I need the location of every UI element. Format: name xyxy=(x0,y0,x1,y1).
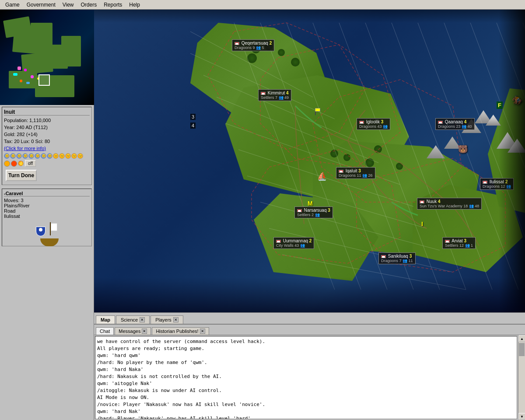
qeq-size: 2 xyxy=(270,41,272,46)
menu-game[interactable]: Game xyxy=(2,1,23,9)
happiness-bar: 😊 😊 😊 😊 😊 😊 😊 😊 😊 😊 😊 😊 😊 xyxy=(4,153,90,159)
tab-science-close[interactable]: ✕ xyxy=(140,317,145,322)
tab-historian[interactable]: Historian Publishes! ✕ xyxy=(152,327,209,335)
menu-government[interactable]: Government xyxy=(23,1,59,9)
main-area: Inuit Population: 1,110,000 Year: 240 AD… xyxy=(0,10,525,420)
happy-face-5: 😊 xyxy=(28,153,34,159)
happy-face-7: 😊 xyxy=(41,153,46,159)
san-flag xyxy=(381,255,386,258)
tax-bar: ⭐ off xyxy=(4,160,90,167)
tab-messages-close[interactable]: ✕ xyxy=(142,329,147,334)
qaa-flag xyxy=(438,121,443,124)
tab-historian-close[interactable]: ✕ xyxy=(200,329,205,334)
chat-message-0: we have control of the server (command a… xyxy=(97,338,515,345)
minimap[interactable] xyxy=(0,10,94,105)
chat-message-2: qwm: 'hard qwm' xyxy=(97,352,515,359)
city-nuuk[interactable]: Nuuk 4 Sun Tzu's War Academy 18 👥 48 xyxy=(417,198,482,210)
chat-message-1: All players are ready; starting game. xyxy=(97,345,515,352)
nar-unit: Settlers 2 👥 xyxy=(297,213,330,217)
uum-name: Uummannaq xyxy=(283,238,308,243)
qeq-unit: Dragoons 9 👥 5 xyxy=(234,46,272,50)
civ-name: Inuit xyxy=(4,109,90,116)
iqa-unit: Dragoons 11 👥 26 xyxy=(339,173,373,178)
lux-icon xyxy=(11,161,17,167)
scroll-thumb[interactable] xyxy=(519,343,525,356)
arv-flag xyxy=(445,240,450,243)
chat-message-11: /hard: Player 'Nakasuk' now has AI skill… xyxy=(97,415,515,419)
tab-messages-label: Messages xyxy=(119,329,140,334)
tab-chat-label: Chat xyxy=(100,329,110,334)
more-info-link[interactable]: (Click for more info) xyxy=(4,145,90,152)
san-name: Sanikiluaq xyxy=(388,254,408,259)
map-area[interactable]: Qeqertarsuaq 2 Dragoons 9 👥 5 Kimmirut 4… xyxy=(94,10,525,312)
nar-name: Narsarsuaq xyxy=(304,208,327,213)
population-info: Population: 1,110,000 xyxy=(4,117,90,124)
tax-off-button[interactable]: off xyxy=(25,160,36,167)
nuu-flag xyxy=(420,200,424,203)
animal-marker: 🐻 xyxy=(458,144,468,154)
unit-marker-1 xyxy=(315,108,322,115)
forest-3 xyxy=(247,53,257,63)
arv-name: Arviat xyxy=(452,238,463,243)
nuu-name: Nuuk xyxy=(427,199,437,204)
tab-map-label: Map xyxy=(101,317,110,322)
nar-flag xyxy=(297,209,302,212)
forest-7 xyxy=(343,154,350,161)
scroll-up-button[interactable]: ▲ xyxy=(518,335,525,342)
uum-size: 2 xyxy=(309,238,312,243)
happy-face-12: 😊 xyxy=(71,153,77,159)
forest-10 xyxy=(396,163,403,170)
ship-marker: ⛵ xyxy=(317,172,327,181)
scroll-down-button[interactable]: ▼ xyxy=(518,413,525,420)
city-kimmirut[interactable]: Kimmirut 4 Settlers 7 👥 49 xyxy=(258,89,291,101)
menu-bar: Game Government View Orders Reports Help xyxy=(0,0,525,10)
happy-face-9: 😊 xyxy=(53,153,59,159)
chat-message-7: /aitoggle: Nakasuk is now under AI contr… xyxy=(97,387,515,394)
chat-message-5: /hard: Nakasuk is not controlled by the … xyxy=(97,373,515,380)
city-uummannaq[interactable]: Uummannaq 2 City Walls 43 👥 xyxy=(273,237,314,249)
tab-messages[interactable]: Messages ✕ xyxy=(115,327,151,335)
city-iqaluit[interactable]: Iqaluit 3 Dragoons 11 👥 26 xyxy=(336,167,375,179)
city-qaanaaq[interactable]: Qaanaaq 4 Dragoons 23 👥 40 xyxy=(435,118,475,130)
kim-name: Kimmirut xyxy=(268,91,285,95)
chat-scrollbar[interactable]: ▲ ▼ xyxy=(518,335,525,420)
turn-done-button[interactable]: Turn Done xyxy=(6,170,37,181)
nuu-size: 4 xyxy=(438,199,441,204)
kim-flag xyxy=(261,92,266,95)
menu-orders[interactable]: Orders xyxy=(77,1,101,9)
tab-map[interactable]: Map xyxy=(96,315,115,324)
igl-flag xyxy=(359,121,364,124)
map-tabs-bar: Map Science ✕ Players ✕ xyxy=(94,312,525,324)
menu-help[interactable]: Help xyxy=(126,1,144,9)
city-narsarsuaq[interactable]: Narsarsuaq 3 Settlers 2 👥 xyxy=(294,206,333,218)
city-igloolik[interactable]: Igloolik 3 Dragoons 43 👥 xyxy=(357,118,390,130)
city-qeqertarsuaq[interactable]: Qeqertarsuaq 2 Dragoons 9 👥 5 xyxy=(232,39,274,51)
chat-message-10: qwm: 'hard Nak' xyxy=(97,408,515,415)
uum-unit: City Walls 43 👥 xyxy=(276,243,312,248)
kim-size: 4 xyxy=(286,91,289,95)
iqa-name: Iqaluit xyxy=(346,168,357,173)
uum-flag xyxy=(276,240,281,243)
forest-5 xyxy=(291,58,300,66)
happy-face-13: 😊 xyxy=(77,153,83,159)
unit-city: Ilulissat xyxy=(4,214,30,219)
chat-messages-panel[interactable]: we have control of the server (command a… xyxy=(95,336,517,419)
tab-players-close[interactable]: ✕ xyxy=(173,317,178,322)
tab-players[interactable]: Players ✕ xyxy=(150,315,183,324)
chat-message-9: /novice: Player 'Nakasuk' now has AI ski… xyxy=(97,401,515,408)
tab-chat[interactable]: Chat xyxy=(96,327,114,335)
city-arviat[interactable]: Arviat 3 Settlers 12 👥 1 xyxy=(442,237,476,249)
bottom-area: Chat Messages ✕ Historian Publishes! ✕ w… xyxy=(94,324,525,420)
city-sanikiluaq[interactable]: Sanikiluaq 3 Dragoons 7 👥 11 xyxy=(378,252,416,264)
happy-face-6: 😊 xyxy=(35,153,40,159)
menu-view[interactable]: View xyxy=(59,1,77,9)
isometric-map: Qeqertarsuaq 2 Dragoons 9 👥 5 Kimmirut 4… xyxy=(94,10,525,312)
igl-size: 3 xyxy=(381,119,384,124)
sidebar: Inuit Population: 1,110,000 Year: 240 AD… xyxy=(0,10,94,420)
tab-science[interactable]: Science ✕ xyxy=(116,315,150,324)
unit-label: -Caravel xyxy=(4,191,90,196)
happy-face-3: 😊 xyxy=(16,153,22,159)
menu-reports[interactable]: Reports xyxy=(100,1,126,9)
san-unit: Dragoons 7 👥 11 xyxy=(381,259,413,263)
fog-bottom xyxy=(94,277,525,312)
